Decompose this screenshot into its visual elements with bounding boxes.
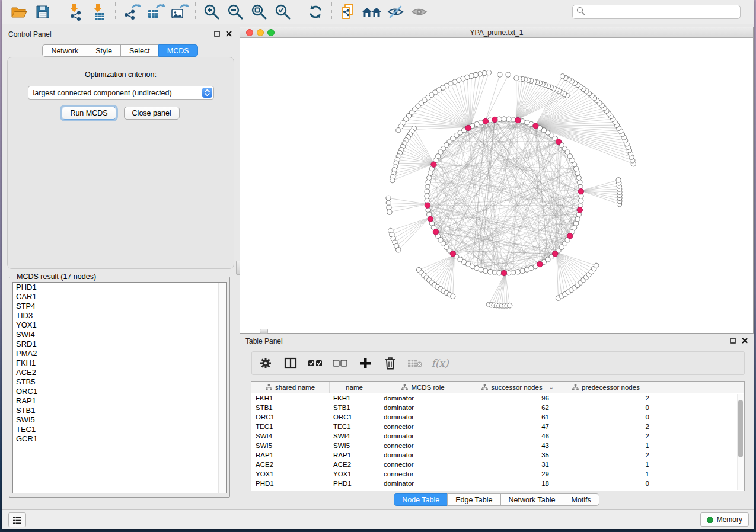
import-table-icon[interactable]	[87, 1, 111, 23]
mcds-result-item[interactable]: STB5	[13, 377, 226, 387]
float-panel-icon[interactable]	[214, 30, 220, 39]
table-cell[interactable]: 1	[557, 470, 655, 477]
mcds-result-item[interactable]: CAR1	[13, 292, 226, 302]
table-cell[interactable]: 1	[557, 442, 655, 449]
table-cell[interactable]: connector	[379, 461, 467, 468]
deselect-all-checkboxes-icon[interactable]	[333, 355, 348, 371]
optimization-criterion-select[interactable]: largest connected component (undirected)	[28, 86, 214, 100]
table-cell[interactable]: 62	[467, 404, 557, 411]
column-header-mcds-role[interactable]: MCDS role	[379, 382, 467, 393]
table-cell[interactable]: RAP1	[330, 451, 379, 459]
table-cell[interactable]: 18	[467, 480, 557, 487]
mcds-result-item[interactable]: STB1	[13, 406, 226, 415]
table-cell[interactable]: 0	[557, 414, 655, 421]
tab-select[interactable]: Select	[120, 44, 158, 57]
horizontal-splitter-grip[interactable]	[260, 329, 268, 334]
table-cell[interactable]: dominator	[379, 451, 467, 459]
mcds-result-item[interactable]: SWI4	[13, 330, 226, 339]
mcds-result-item[interactable]: STP4	[13, 302, 226, 311]
table-cell[interactable]: 31	[467, 461, 557, 468]
table-cell[interactable]: 61	[467, 414, 557, 421]
table-scrollbar[interactable]	[737, 394, 744, 490]
column-header-successor-nodes[interactable]: successor nodes ⌄	[467, 382, 557, 393]
mcds-result-item[interactable]: PHD1	[13, 283, 226, 292]
houses-icon[interactable]	[360, 1, 384, 23]
search-input[interactable]	[585, 8, 736, 16]
mcds-result-item[interactable]: SRD1	[13, 339, 226, 349]
table-row[interactable]: YOX1YOX1connector291	[251, 469, 744, 479]
zoom-out-icon[interactable]	[224, 1, 247, 23]
hide-eye-slash-icon[interactable]	[384, 1, 407, 23]
window-minimize-button[interactable]	[257, 29, 264, 36]
mcds-result-item[interactable]: SWI5	[13, 415, 226, 425]
refresh-icon[interactable]	[304, 1, 327, 23]
table-cell[interactable]: ORC1	[251, 414, 330, 421]
table-cell[interactable]: dominator	[379, 414, 467, 421]
duplicate-network-icon[interactable]	[336, 1, 360, 23]
float-panel-icon[interactable]	[730, 337, 736, 345]
table-cell[interactable]: SWI4	[251, 432, 330, 440]
table-cell[interactable]: SWI5	[251, 442, 330, 449]
table-cell[interactable]: dominator	[379, 404, 467, 411]
window-zoom-button[interactable]	[267, 29, 275, 36]
table-cell[interactable]: 0	[557, 404, 655, 411]
table-cell[interactable]: ACE2	[251, 461, 330, 468]
tab-edge-table[interactable]: Edge Table	[447, 493, 500, 506]
memory-button[interactable]: Memory	[700, 512, 749, 527]
table-cell[interactable]: 0	[557, 480, 655, 487]
table-cell[interactable]: 1	[557, 461, 655, 468]
create-column-plus-icon[interactable]	[358, 355, 373, 371]
table-row[interactable]: RAP1RAP1dominator352	[251, 450, 744, 460]
table-cell[interactable]: 29	[467, 470, 557, 477]
tab-node-table[interactable]: Node Table	[394, 493, 447, 506]
mcds-result-item[interactable]: TID3	[13, 311, 226, 321]
table-row[interactable]: SWI5SWI5connector431	[251, 441, 744, 450]
tab-motifs[interactable]: Motifs	[563, 493, 599, 506]
table-cell[interactable]: 2	[557, 451, 655, 459]
export-network-icon[interactable]	[120, 1, 143, 23]
table-cell[interactable]: ORC1	[330, 414, 379, 421]
table-cell[interactable]: PHD1	[330, 480, 379, 487]
table-cell[interactable]: dominator	[379, 432, 467, 440]
mcds-result-item[interactable]: ORC1	[13, 387, 226, 396]
search-field[interactable]	[572, 5, 741, 19]
table-cell[interactable]: 2	[557, 395, 655, 402]
function-builder-fx-icon[interactable]: f(x)	[432, 355, 448, 371]
mcds-result-item[interactable]: FKH1	[13, 358, 226, 368]
table-cell[interactable]: PHD1	[251, 480, 330, 487]
table-cell[interactable]: TEC1	[330, 423, 379, 430]
close-panel-icon[interactable]	[742, 337, 748, 345]
run-mcds-button[interactable]: Run MCDS	[62, 107, 116, 120]
tab-network-table[interactable]: Network Table	[500, 493, 563, 506]
mcds-result-item[interactable]: GCR1	[13, 434, 226, 444]
column-header-predecessor-nodes[interactable]: predecessor nodes	[557, 382, 655, 393]
zoom-in-icon[interactable]	[200, 1, 224, 23]
close-panel-icon[interactable]	[226, 30, 232, 39]
save-icon[interactable]	[31, 1, 55, 23]
table-cell[interactable]: 46	[467, 432, 557, 440]
table-row[interactable]: ORC1ORC1dominator610	[251, 412, 744, 422]
network-canvas[interactable]	[240, 38, 753, 333]
table-row[interactable]: FKH1FKH1dominator962	[251, 393, 744, 403]
table-cell[interactable]: TEC1	[251, 423, 330, 430]
window-close-button[interactable]	[246, 29, 253, 36]
zoom-fit-icon[interactable]	[247, 1, 271, 23]
column-header-name[interactable]: name	[330, 382, 379, 393]
column-header-shared-name[interactable]: shared name	[251, 382, 330, 393]
table-cell[interactable]: dominator	[379, 395, 467, 402]
table-cell[interactable]: connector	[379, 423, 467, 430]
export-table-icon[interactable]	[143, 1, 167, 23]
table-row[interactable]: STB1STB1dominator620	[251, 403, 744, 412]
table-cell[interactable]: 96	[467, 395, 557, 402]
mcds-result-list[interactable]: PHD1CAR1STP4TID3YOX1SWI4SRD1PMA2FKH1ACE2…	[12, 282, 227, 493]
mcds-result-item[interactable]: RAP1	[13, 396, 226, 406]
table-scrollbar-thumb[interactable]	[738, 400, 743, 457]
table-cell[interactable]: SWI5	[330, 442, 379, 449]
tab-mcds[interactable]: MCDS	[158, 44, 198, 57]
open-folder-icon[interactable]	[7, 1, 31, 23]
table-cell[interactable]: 35	[467, 451, 557, 459]
table-cell[interactable]: RAP1	[251, 451, 330, 459]
table-cell[interactable]: 2	[557, 423, 655, 430]
table-cell[interactable]: 43	[467, 442, 557, 449]
mcds-list-scrollbar[interactable]	[218, 283, 226, 493]
